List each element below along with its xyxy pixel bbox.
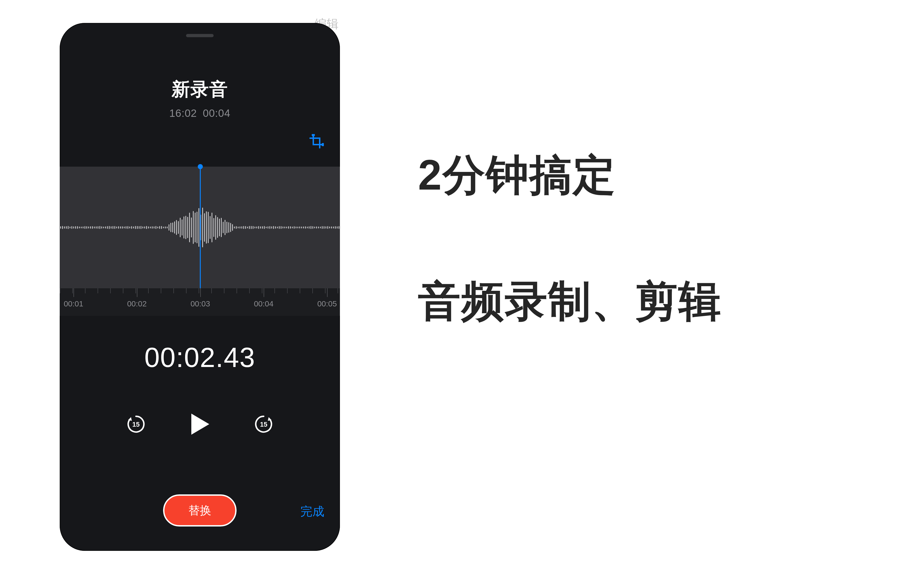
tick-label: 00:03 — [191, 299, 210, 308]
headline-line-2: 音频录制、剪辑 — [418, 273, 722, 330]
skip-forward-15-button[interactable]: 15 — [253, 413, 275, 435]
tick-minor — [72, 288, 73, 293]
tick-minor — [275, 288, 275, 293]
tick-minor — [173, 288, 174, 293]
tick-label: 00:02 — [127, 299, 147, 308]
tick-minor — [312, 288, 313, 293]
tick-major — [73, 288, 74, 297]
tick-label: 00:04 — [254, 299, 273, 308]
tick-label: 00:01 — [64, 299, 83, 308]
phone-frame: 新录音 16:02 00:04 00:0100:0200:030 — [60, 23, 340, 551]
svg-marker-154 — [191, 414, 209, 435]
recording-meta: 16:02 00:04 — [60, 107, 340, 119]
tick-label: 00:05 — [317, 299, 337, 308]
tick-minor — [186, 288, 186, 293]
tick-minor — [161, 288, 161, 293]
tick-minor — [199, 288, 199, 293]
waveform-area[interactable] — [60, 167, 340, 288]
tick-minor — [262, 288, 262, 293]
tick-minor — [211, 288, 212, 293]
skip-back-icon: 15 — [126, 414, 146, 435]
tick-minor — [110, 288, 111, 293]
tick-minor — [249, 288, 250, 293]
tick-minor — [85, 288, 86, 293]
current-time-display: 00:02.43 — [60, 342, 340, 373]
play-icon — [189, 413, 210, 436]
crop-icon — [309, 134, 324, 149]
tick-minor — [237, 288, 237, 293]
recording-time-created: 16:02 — [169, 107, 197, 119]
tick-major — [327, 288, 328, 297]
svg-text:15: 15 — [132, 421, 140, 428]
timeline-ruler[interactable]: 00:0100:0200:0300:0400:05 — [60, 288, 340, 316]
recording-total-duration: 00:04 — [203, 107, 230, 119]
recording-header: 新录音 16:02 00:04 — [60, 77, 340, 119]
done-button[interactable]: 完成 — [300, 504, 324, 520]
skip-back-15-button[interactable]: 15 — [125, 413, 147, 435]
tick-major — [264, 288, 264, 297]
svg-text:15: 15 — [260, 421, 267, 428]
replace-record-button[interactable]: 替换 — [163, 494, 237, 527]
playback-controls: 15 15 — [60, 406, 340, 443]
tick-minor — [148, 288, 149, 293]
svg-point-1 — [322, 143, 324, 145]
bottom-bar: 替换 完成 — [60, 489, 340, 535]
tick-minor — [123, 288, 123, 293]
tick-minor — [136, 288, 136, 293]
tick-minor — [338, 288, 338, 293]
skip-forward-icon: 15 — [253, 414, 274, 435]
tick-minor — [60, 288, 60, 293]
tick-minor — [98, 288, 98, 293]
tick-minor — [325, 288, 325, 293]
tick-minor — [300, 288, 300, 293]
tick-minor — [287, 288, 288, 293]
crop-button[interactable] — [307, 132, 326, 151]
tick-minor — [224, 288, 225, 293]
recording-title: 新录音 — [60, 77, 340, 102]
play-button[interactable] — [186, 410, 213, 438]
tick-major — [137, 288, 137, 297]
svg-point-0 — [312, 134, 314, 136]
speaker-grille — [186, 34, 213, 37]
headline-line-1: 2分钟搞定 — [418, 147, 616, 204]
playhead[interactable] — [200, 167, 201, 292]
tick-major — [200, 288, 201, 297]
